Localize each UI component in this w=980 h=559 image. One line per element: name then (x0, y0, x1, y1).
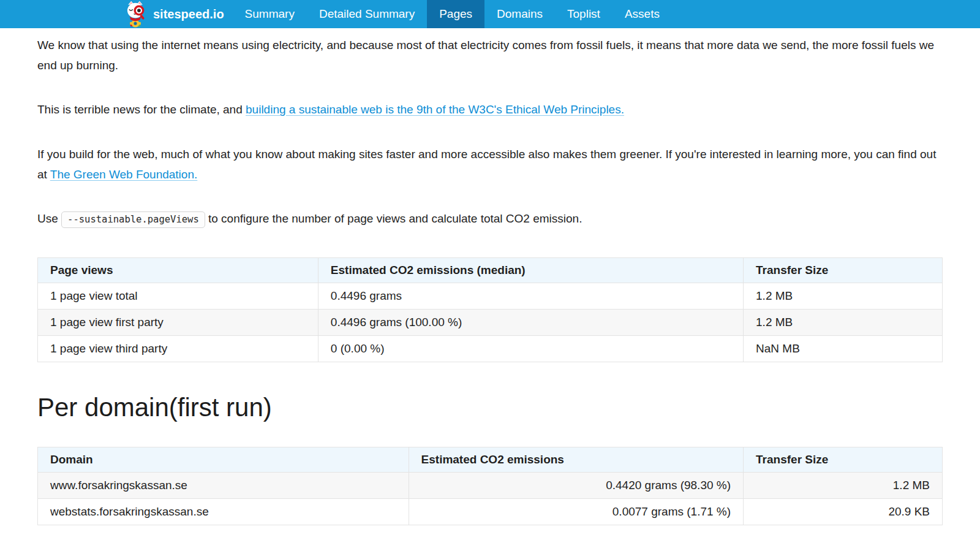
intro-paragraph-greener: If you build for the web, much of what y… (37, 145, 943, 184)
green-web-foundation-link[interactable]: The Green Web Foundation. (50, 168, 197, 181)
nav-item-summary[interactable]: Summary (233, 0, 307, 28)
domain-name-cell: www.forsakringskassan.se (38, 473, 409, 499)
co2-value-cell: 0.0077 grams (1.71 %) (409, 499, 743, 525)
table-row: www.forsakringskassan.se 0.4420 grams (9… (38, 473, 943, 499)
co2-value-cell: 0.4496 grams (318, 283, 743, 310)
column-header-page-views: Page views (38, 258, 318, 283)
sustainable-pageviews-flag-code: --sustainable.pageViews (61, 211, 205, 228)
co2-value-cell: 0 (0.00 %) (318, 336, 743, 362)
navbar-container: sitespeed.io Summary Detailed Summary Pa… (123, 0, 858, 28)
brand-home-link[interactable]: sitespeed.io (123, 0, 224, 28)
use-text: Use (37, 212, 61, 225)
transfer-size-cell: NaN MB (744, 336, 943, 362)
domain-name-cell: webstats.forsakringskassan.se (38, 499, 409, 525)
nav-item-detailed-summary[interactable]: Detailed Summary (307, 0, 427, 28)
page-views-co2-table: Page views Estimated CO2 emissions (medi… (37, 257, 943, 362)
transfer-size-cell: 1.2 MB (744, 473, 943, 499)
configure-text: to configure the number of page views an… (205, 212, 582, 225)
co2-value-cell: 0.4496 grams (100.00 %) (318, 310, 743, 336)
co2-value-cell: 0.4420 grams (98.30 %) (409, 473, 743, 499)
column-header-co2: Estimated CO2 emissions (409, 447, 743, 473)
table-row: 1 page view third party 0 (0.00 %) NaN M… (38, 336, 943, 362)
intro-paragraph-config: Use --sustainable.pageViews to configure… (37, 209, 943, 229)
transfer-size-cell: 20.9 KB (744, 499, 943, 525)
nav-item-pages[interactable]: Pages (427, 0, 484, 28)
column-header-domain: Domain (38, 447, 409, 473)
table-row: 1 page view total 0.4496 grams 1.2 MB (38, 283, 943, 310)
transfer-size-cell: 1.2 MB (744, 310, 943, 336)
transfer-size-cell: 1.2 MB (744, 283, 943, 310)
column-header-transfer-size: Transfer Size (744, 447, 943, 473)
page-views-label-cell: 1 page view third party (38, 336, 318, 362)
top-navbar: sitespeed.io Summary Detailed Summary Pa… (0, 0, 980, 28)
page-views-label-cell: 1 page view first party (38, 310, 318, 336)
ethical-web-principles-link[interactable]: building a sustainable web is the 9th of… (246, 103, 624, 116)
intro-paragraph-climate: This is terrible news for the climate, a… (37, 100, 943, 120)
brand-label: sitespeed.io (153, 7, 224, 21)
page-views-label-cell: 1 page view total (38, 283, 318, 310)
table-row: 1 page view first party 0.4496 grams (10… (38, 310, 943, 336)
table-header-row: Domain Estimated CO2 emissions Transfer … (38, 447, 943, 473)
climate-text: This is terrible news for the climate, a… (37, 103, 246, 116)
per-domain-co2-table: Domain Estimated CO2 emissions Transfer … (37, 447, 943, 525)
column-header-co2-median: Estimated CO2 emissions (median) (318, 258, 743, 283)
main-content: We know that using the internet means us… (37, 28, 943, 525)
table-row: webstats.forsakringskassan.se 0.0077 gra… (38, 499, 943, 525)
table-header-row: Page views Estimated CO2 emissions (medi… (38, 258, 943, 283)
nav-item-assets[interactable]: Assets (612, 0, 672, 28)
sitespeed-mascot-icon (123, 1, 148, 28)
column-header-transfer-size: Transfer Size (744, 258, 943, 283)
per-domain-heading: Per domain(first run) (37, 393, 943, 422)
nav-item-domains[interactable]: Domains (484, 0, 555, 28)
nav-item-toplist[interactable]: Toplist (555, 0, 612, 28)
intro-paragraph-electricity: We know that using the internet means us… (37, 36, 943, 75)
